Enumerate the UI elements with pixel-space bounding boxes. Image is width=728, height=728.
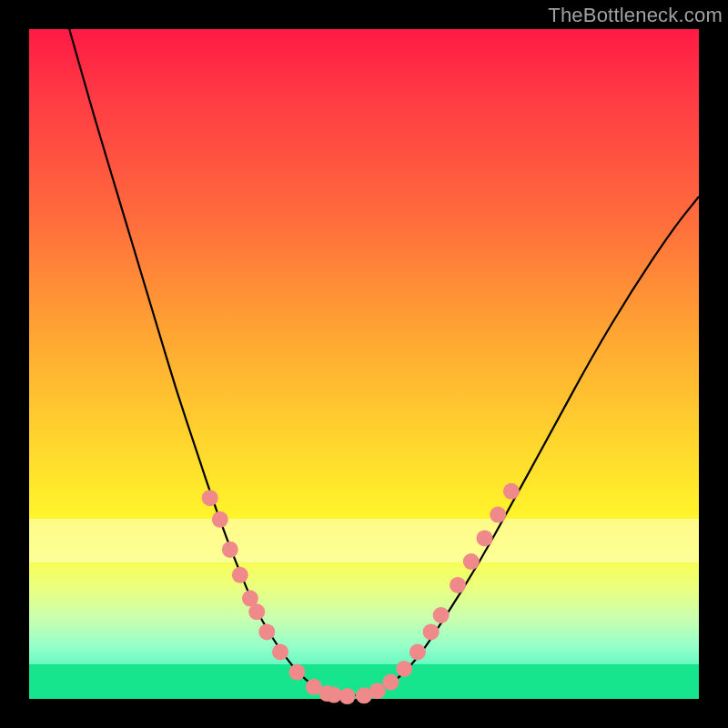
curve-dot: [463, 553, 480, 570]
curve-dot: [202, 490, 218, 506]
curve-dot: [222, 541, 238, 558]
bottleneck-curve: [69, 29, 699, 695]
curve-dot: [232, 567, 248, 583]
curve-dot: [288, 664, 305, 681]
curve-dots-group: [202, 483, 520, 704]
curve-dot: [450, 577, 466, 593]
curve-dot: [339, 688, 356, 704]
curve-dot: [423, 623, 440, 640]
curve-dot: [477, 530, 493, 546]
curve-dot: [382, 674, 399, 691]
curve-dot: [369, 682, 386, 699]
chart-frame: TheBottleneck.com: [0, 0, 728, 728]
curve-dot: [410, 644, 426, 661]
curve-dot: [258, 623, 275, 640]
curve-dot: [433, 607, 450, 623]
bottleneck-curve-svg: [29, 29, 699, 699]
curve-dot: [248, 603, 265, 620]
curve-dot: [212, 511, 228, 528]
plot-area: [29, 29, 699, 699]
curve-dot: [272, 644, 288, 661]
watermark-text: TheBottleneck.com: [548, 4, 723, 27]
curve-dot: [490, 507, 506, 523]
curve-dot: [503, 483, 520, 500]
curve-dot: [396, 661, 412, 677]
